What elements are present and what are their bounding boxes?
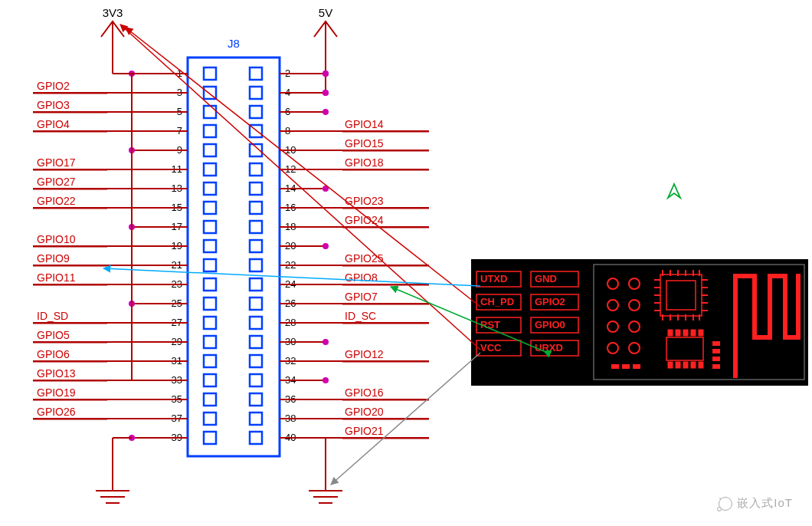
gpio-label: GPIO16 — [345, 386, 384, 399]
gpio-label: GPIO19 — [37, 386, 76, 399]
gpio-label: GPIO9 — [37, 252, 70, 265]
gpio-label: GPIO27 — [37, 176, 76, 188]
svg-rect-111 — [250, 355, 262, 367]
svg-rect-125 — [204, 393, 216, 406]
svg-rect-88 — [204, 298, 216, 310]
gpio-label: GPIO22 — [37, 195, 76, 207]
gpio-label: GPIO7 — [345, 291, 378, 303]
gpio-label: GPIO21 — [345, 425, 384, 437]
svg-rect-65 — [204, 240, 216, 252]
svg-rect-216 — [676, 330, 680, 336]
gpio-label: GPIO18 — [345, 156, 384, 169]
watermark: 嵌入式IoT — [719, 496, 793, 511]
svg-rect-134 — [250, 413, 262, 425]
svg-rect-103 — [204, 336, 216, 348]
svg-rect-224 — [611, 364, 619, 369]
gpio-label: GPIO26 — [37, 406, 76, 418]
svg-rect-0 — [204, 67, 216, 80]
svg-rect-1 — [250, 67, 262, 80]
svg-rect-51 — [250, 202, 262, 214]
esp-pin-label: GPIO0 — [535, 319, 565, 330]
svg-rect-226 — [633, 364, 640, 369]
svg-rect-210 — [668, 362, 673, 368]
pin-rows: 1234GPIO256GPIO378GPIO4GPIO14910GPIO1511… — [33, 67, 429, 468]
svg-rect-142 — [250, 432, 262, 444]
ground-right — [309, 468, 342, 503]
gpio-label: GPIO2 — [37, 80, 70, 92]
svg-rect-218 — [691, 330, 696, 336]
svg-rect-81 — [250, 278, 262, 291]
svg-point-19 — [323, 109, 329, 115]
svg-rect-80 — [204, 278, 216, 291]
svg-rect-211 — [676, 362, 680, 368]
svg-rect-13 — [204, 106, 216, 118]
rail-5v — [314, 21, 337, 96]
gpio-label: ID_SC — [345, 310, 376, 322]
esp-pin-label: URXD — [535, 342, 563, 353]
svg-rect-28 — [204, 144, 216, 156]
gpio-label: GPIO20 — [345, 406, 384, 418]
compass-north-icon — [668, 184, 680, 198]
svg-rect-212 — [683, 362, 688, 368]
gpio-label: GPIO3 — [37, 99, 70, 111]
svg-rect-110 — [204, 355, 216, 367]
svg-point-124 — [323, 377, 329, 383]
gpio-label: GPIO11 — [37, 271, 76, 284]
gpio-label: GPIO4 — [37, 118, 70, 130]
svg-rect-58 — [204, 221, 216, 233]
gpio-label: GPIO13 — [37, 367, 76, 380]
svg-rect-36 — [250, 163, 262, 176]
svg-rect-20 — [204, 125, 216, 137]
svg-rect-7 — [250, 87, 262, 99]
gpio-label: GPIO8 — [345, 271, 378, 284]
svg-rect-225 — [622, 364, 630, 369]
gpio-label: GPIO25 — [345, 252, 384, 265]
svg-rect-66 — [250, 240, 262, 252]
gpio-label: GPIO12 — [345, 348, 384, 360]
svg-rect-118 — [204, 374, 216, 386]
gpio-label: GPIO10 — [37, 233, 76, 245]
svg-rect-220 — [712, 341, 720, 346]
esp-pin-label: CH_PD — [480, 296, 514, 307]
gpio-label: GPIO6 — [37, 348, 70, 360]
svg-rect-104 — [250, 336, 262, 348]
svg-rect-213 — [691, 362, 696, 368]
svg-rect-141 — [204, 432, 216, 444]
connector-ref-label: J8 — [228, 37, 240, 50]
wechat-bubble-icon — [719, 497, 732, 511]
esp-pin-label: UTXD — [480, 273, 507, 284]
svg-rect-219 — [699, 330, 703, 336]
gpio-label: ID_SD — [37, 310, 68, 322]
svg-rect-35 — [204, 163, 216, 176]
svg-rect-72 — [204, 259, 216, 271]
svg-point-158 — [323, 90, 329, 96]
svg-rect-126 — [250, 393, 262, 406]
svg-rect-96 — [250, 317, 262, 329]
svg-rect-59 — [250, 221, 262, 233]
svg-rect-50 — [204, 202, 216, 214]
ground-left — [96, 468, 129, 503]
esp-pin-label: VCC — [480, 342, 502, 353]
gpio-label: GPIO15 — [345, 137, 384, 150]
svg-rect-43 — [204, 182, 216, 195]
svg-rect-223 — [712, 364, 720, 369]
svg-rect-44 — [250, 182, 262, 195]
power-5v-label: 5V — [319, 6, 332, 19]
svg-rect-89 — [250, 298, 262, 310]
svg-rect-95 — [204, 317, 216, 329]
svg-rect-14 — [250, 106, 262, 118]
svg-rect-215 — [668, 330, 673, 336]
svg-rect-119 — [250, 374, 262, 386]
svg-rect-214 — [699, 362, 703, 368]
svg-rect-73 — [250, 259, 262, 271]
svg-rect-217 — [683, 330, 688, 336]
gpio-label: GPIO14 — [345, 118, 384, 130]
pinout-diagram: 3V3 5V J8 1234GPIO256GPIO378GPIO4GPIO149… — [0, 0, 812, 526]
connector-body — [188, 58, 280, 456]
gpio-label: GPIO5 — [37, 329, 70, 341]
svg-point-157 — [323, 71, 329, 77]
esp-pin-label: GPIO2 — [535, 296, 565, 307]
esp-pin-label: GND — [535, 273, 557, 284]
svg-point-71 — [323, 243, 329, 249]
svg-rect-221 — [712, 349, 720, 353]
